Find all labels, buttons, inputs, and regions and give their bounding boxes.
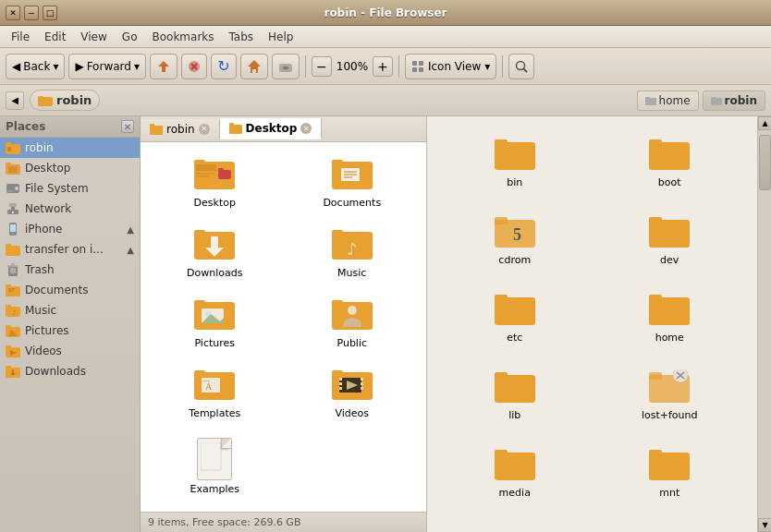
list-item[interactable]: lost+found (597, 364, 743, 427)
svg-rect-55 (6, 345, 11, 349)
home-button[interactable] (240, 54, 268, 79)
current-location-button[interactable]: robin (30, 90, 100, 111)
zoom-out-button[interactable]: − (312, 56, 332, 77)
zoom-in-button[interactable]: + (373, 56, 393, 77)
path-home[interactable]: home (637, 91, 699, 111)
sidebar-item-videos[interactable]: Videos (0, 341, 140, 361)
list-item[interactable]: A Templates (150, 362, 280, 425)
list-item[interactable]: bin (442, 131, 588, 194)
sidebar-item-robin[interactable]: robin (0, 138, 140, 158)
list-item[interactable]: Downloads (150, 222, 280, 284)
list-item[interactable]: 5 cdrom (442, 209, 588, 272)
list-item[interactable]: Videos (288, 362, 418, 425)
media-label: media (499, 487, 531, 499)
svg-rect-30 (9, 203, 17, 207)
menu-file[interactable]: File (4, 29, 37, 45)
maximize-button[interactable]: □ (43, 6, 57, 20)
menu-tabs[interactable]: Tabs (222, 29, 262, 45)
stop-icon (188, 60, 201, 73)
stop-button[interactable] (181, 54, 207, 79)
list-item[interactable]: media (442, 441, 588, 504)
public-label: Public (337, 337, 367, 349)
sidebar-label-robin: robin (25, 141, 54, 154)
sidebar-item-network[interactable]: Network (0, 199, 140, 219)
list-item[interactable]: Examples (150, 432, 280, 501)
boot-folder-icon (647, 137, 691, 174)
list-item[interactable]: Pictures (150, 292, 280, 355)
iphone-eject-icon[interactable]: ▲ (127, 224, 134, 235)
menu-bookmarks[interactable]: Bookmarks (144, 29, 221, 45)
list-item[interactable]: etc (442, 286, 588, 349)
close-button[interactable]: ✕ (6, 6, 20, 20)
search-button[interactable] (508, 54, 534, 79)
refresh-button[interactable]: ↻ (211, 54, 237, 79)
forward-arrow-icon: ▶ (75, 60, 83, 73)
sidebar-item-iphone[interactable]: iPhone ▲ (0, 219, 140, 239)
forward-button[interactable]: ▶ Forward ▾ (68, 54, 146, 79)
menu-help[interactable]: Help (261, 29, 300, 45)
documents-label: Documents (323, 197, 381, 209)
svg-line-12 (524, 68, 528, 72)
menu-edit[interactable]: Edit (37, 29, 73, 45)
tab-desktop-close[interactable]: ✕ (300, 123, 312, 134)
scrollbar-down-arrow[interactable]: ▼ (758, 518, 771, 532)
svg-text:A: A (205, 381, 213, 392)
left-panel-tab-bar: robin ✕ Desktop ✕ (141, 116, 426, 142)
list-item[interactable]: lib (442, 364, 588, 427)
menu-go[interactable]: Go (115, 29, 145, 45)
svg-rect-39 (11, 263, 15, 265)
list-item[interactable]: home (597, 286, 743, 349)
svg-rect-8 (419, 61, 423, 66)
list-item[interactable]: Public (288, 292, 418, 355)
iphone-icon (6, 222, 20, 236)
videos-label: Videos (335, 407, 369, 419)
path-home-label: home (659, 94, 691, 107)
tab-robin[interactable]: robin ✕ (141, 119, 220, 139)
up-icon (156, 59, 171, 74)
view-mode-arrow: ▾ (484, 60, 490, 73)
sidebar-item-filesystem[interactable]: File System (0, 178, 140, 199)
svg-point-26 (15, 187, 18, 190)
sidebar-item-downloads[interactable]: Downloads (0, 361, 140, 381)
nav-back-arrow[interactable]: ◀ (6, 91, 24, 110)
svg-rect-73 (332, 160, 343, 166)
back-button[interactable]: ◀ Back ▾ (6, 54, 65, 79)
media-folder-icon (493, 447, 537, 484)
tab-robin-close[interactable]: ✕ (199, 124, 210, 135)
svg-point-11 (517, 61, 525, 69)
list-item[interactable]: ♪ Music (288, 222, 418, 284)
list-item[interactable]: boot (597, 131, 743, 194)
list-item[interactable]: Desktop (150, 151, 280, 214)
svg-rect-112 (495, 139, 508, 147)
burn-button[interactable] (272, 54, 300, 79)
minimize-button[interactable]: − (24, 6, 39, 20)
view-mode-selector[interactable]: Icon View ▾ (405, 54, 496, 79)
transfer-eject-icon[interactable]: ▲ (127, 245, 134, 255)
sidebar-label-downloads: Downloads (25, 365, 86, 378)
path-robin[interactable]: robin (703, 91, 765, 111)
sidebar-item-music[interactable]: ♪ Music (0, 300, 140, 320)
downloads-folder-icon (6, 364, 20, 379)
list-item[interactable]: mnt (597, 441, 743, 504)
list-item[interactable]: dev (597, 209, 743, 272)
svg-rect-62 (150, 124, 154, 127)
network-icon (6, 201, 20, 216)
sidebar-item-trash[interactable]: Trash (0, 260, 140, 280)
sidebar-item-desktop[interactable]: Desktop (0, 158, 140, 178)
sidebar-item-transfer[interactable]: transfer on i... ▲ (0, 239, 140, 260)
list-item[interactable]: Documents (288, 151, 418, 214)
up-button[interactable] (150, 54, 177, 79)
sidebar-item-documents[interactable]: Documents (0, 280, 140, 300)
forward-label: Forward (87, 60, 131, 73)
scrollbar-up-arrow[interactable]: ▲ (758, 116, 771, 130)
svg-rect-121 (495, 295, 508, 302)
sidebar-close-button[interactable]: ✕ (121, 120, 134, 133)
tab-desktop[interactable]: Desktop ✕ (220, 118, 323, 139)
scrollbar-thumb[interactable] (759, 135, 771, 190)
svg-rect-46 (8, 291, 13, 293)
templates-label: Templates (189, 407, 240, 419)
right-panel-scrollbar[interactable]: ▲ ▼ (757, 116, 771, 532)
sidebar-item-pictures[interactable]: Pictures (0, 320, 140, 341)
path-folder-icon (645, 96, 656, 105)
menu-view[interactable]: View (73, 29, 114, 45)
